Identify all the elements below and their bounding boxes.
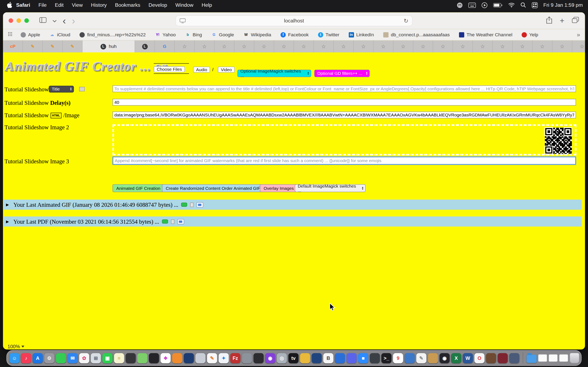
bookmark-star-tab[interactable] [453, 40, 473, 52]
dock-app-bronze[interactable] [428, 353, 438, 363]
cpanel-tab[interactable]: cP [3, 40, 23, 52]
menu-help[interactable]: Help [198, 2, 216, 8]
menu-bar-clock[interactable]: Fri 9 Jan 1:59 pm [543, 2, 583, 8]
dock-facetime[interactable]: ▣ [102, 353, 112, 363]
dock-keynote[interactable] [195, 353, 206, 363]
bookmark-icloud[interactable]: ☁ iCloud [49, 32, 70, 37]
editor-tab-1[interactable]: ✎ [23, 40, 43, 52]
menu-history[interactable]: History [87, 2, 111, 8]
address-bar[interactable]: localhost ↻ [176, 15, 413, 26]
status-green-icon[interactable] [181, 203, 187, 207]
minimized-window-icon[interactable] [538, 354, 547, 362]
dock-app-dark-3[interactable] [254, 353, 264, 363]
bookmark-star-tab[interactable] [473, 40, 493, 52]
menu-edit[interactable]: Edit [51, 2, 68, 8]
bookmark-star-tab[interactable] [393, 40, 413, 52]
dock-notes[interactable]: ≡ [114, 353, 124, 363]
dock-books[interactable] [172, 353, 182, 363]
choose-files-button[interactable]: Choose Files [154, 66, 185, 72]
title-option-box[interactable] [79, 87, 85, 91]
dock-podcasts[interactable]: ◉ [265, 353, 276, 363]
bookmarks-grid-icon[interactable] [8, 32, 12, 38]
image-data-input[interactable] [112, 111, 576, 118]
fullscreen-window-button[interactable] [24, 18, 29, 23]
bookmark-star-tab[interactable] [413, 40, 433, 52]
attachment-icon[interactable] [190, 202, 194, 207]
menu-file[interactable]: File [34, 2, 51, 8]
dock-messages[interactable] [56, 353, 66, 363]
dock-terminal[interactable]: >_ [381, 353, 392, 363]
bookmark-find-minus-rep-22s-22[interactable]: find_minus....rep+%22s%22 [80, 32, 146, 37]
share-icon[interactable] [546, 16, 552, 25]
l-tab[interactable]: L [135, 40, 155, 52]
bookmark-star-tab[interactable] [493, 40, 512, 52]
trash-icon[interactable] [570, 353, 579, 363]
reload-icon[interactable]: ↻ [404, 17, 408, 24]
bookmark-star-tab[interactable] [433, 40, 453, 52]
bookmark-star-tab[interactable] [373, 40, 393, 52]
dock-bear[interactable]: B [323, 353, 333, 363]
dock-filezilla[interactable]: Fz [230, 353, 241, 363]
bookmark-google[interactable]: G Google [211, 32, 234, 37]
menu-develop[interactable]: Develop [144, 2, 171, 8]
title-config-input[interactable] [112, 85, 576, 92]
bookmark-star-tab[interactable] [294, 40, 314, 52]
zoom-control[interactable]: 100% [8, 344, 25, 350]
bookmark-yahoo[interactable]: Y! Yahoo [155, 32, 176, 37]
close-window-button[interactable] [9, 18, 13, 23]
media-app-icon[interactable] [177, 219, 184, 224]
dock-app-blue-1[interactable] [335, 353, 345, 363]
editor-tab-3[interactable]: ✎ [63, 40, 82, 52]
back-button[interactable]: ‹ [63, 17, 66, 25]
bookmark-star-tab[interactable] [532, 40, 552, 52]
delay-input[interactable] [112, 99, 576, 106]
bookmarks-overflow-chevron[interactable]: » [573, 31, 580, 38]
dock-app-store[interactable]: A [33, 353, 43, 363]
dock-app-navy-1[interactable] [184, 353, 194, 363]
menu-bookmarks[interactable]: Bookmarks [111, 2, 144, 8]
bookmark-star-tab[interactable] [175, 40, 195, 52]
dock-app-dark-1[interactable] [126, 353, 136, 363]
menu-window[interactable]: Window [171, 2, 198, 8]
dock-launchpad[interactable]: ⊞ [91, 353, 101, 363]
bookmark-star-tab[interactable] [215, 40, 234, 52]
bookmark-star-tab[interactable] [572, 40, 585, 52]
status-green-icon[interactable] [162, 219, 168, 224]
control-center-icon[interactable] [532, 2, 537, 8]
new-tab-button[interactable]: + [560, 17, 564, 24]
default-imagemagick-select[interactable]: Default ImageMagick switches ... [295, 184, 366, 192]
dock-textedit[interactable]: ✎ [416, 353, 426, 363]
dock-zoom[interactable]: ■ [358, 353, 368, 363]
dock-app-brown[interactable] [486, 353, 496, 363]
bookmark-star-tab[interactable] [354, 40, 373, 52]
dock-finder[interactable]: ☺ [9, 353, 20, 363]
dock-obs[interactable]: ◉ [440, 353, 450, 363]
last-pdf-accordion[interactable]: Your Last PDF (November 03 2021 06:14:56… [4, 217, 581, 227]
dock-app-maroon[interactable] [498, 353, 508, 363]
menu-view[interactable]: View [68, 2, 87, 8]
dock-apple-tv[interactable]: tv [288, 353, 298, 363]
video-button[interactable]: Video [218, 67, 235, 73]
dock-safari[interactable]: ✦ [219, 353, 229, 363]
gd-filters-select[interactable]: Optional GD filters++ ... [314, 70, 370, 77]
bookmark-db-connect-p-aaasaaafaas[interactable]: db_connect.p...aaasaaafaas [383, 32, 450, 37]
animated-gif-creation-button[interactable]: Animated GIF Creation [112, 184, 164, 192]
image2-dropzone[interactable] [112, 124, 576, 155]
minimize-window-button[interactable] [17, 18, 21, 23]
tab-overview-icon[interactable] [572, 17, 579, 25]
wifi-icon[interactable] [508, 3, 515, 8]
sidebar-chevron-icon[interactable] [52, 17, 57, 24]
dock-discord[interactable] [346, 353, 357, 363]
dock-app-dark-2[interactable] [149, 353, 159, 363]
dock-maps[interactable] [137, 353, 147, 363]
bookmark-the-weather-channel[interactable]: The Weather Channel [459, 32, 512, 37]
bookmark-star-tab[interactable] [314, 40, 334, 52]
page-settings-icon[interactable] [180, 18, 186, 23]
minimized-window-icon[interactable] [559, 354, 568, 362]
status-app-icon[interactable] [457, 2, 463, 8]
downloads-folder-icon[interactable] [527, 355, 537, 363]
media-app-icon[interactable] [197, 202, 203, 207]
spotlight-search-icon[interactable] [520, 2, 526, 8]
dock-music[interactable]: ♪ [21, 353, 31, 363]
screen-mirroring-icon[interactable] [481, 2, 487, 8]
